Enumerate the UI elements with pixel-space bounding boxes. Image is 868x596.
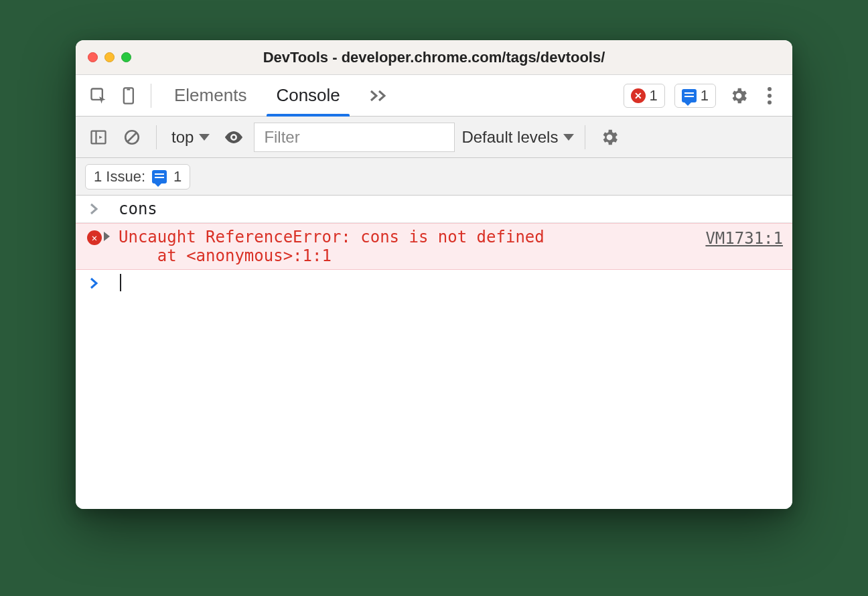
issues-count: 1 bbox=[173, 168, 182, 185]
console-error-row[interactable]: ✕ Uncaught ReferenceError: cons is not d… bbox=[76, 223, 792, 270]
dropdown-caret-icon bbox=[199, 134, 210, 141]
text-cursor bbox=[120, 274, 121, 291]
clear-console-button[interactable] bbox=[119, 124, 145, 151]
expand-error-button[interactable] bbox=[104, 228, 119, 241]
live-expression-button[interactable] bbox=[220, 124, 247, 151]
gear-icon bbox=[729, 86, 749, 106]
tab-console[interactable]: Console bbox=[261, 75, 354, 116]
error-count-button[interactable]: ✕ 1 bbox=[624, 84, 665, 108]
more-options-button[interactable] bbox=[756, 82, 783, 109]
log-levels-selector[interactable]: Default levels bbox=[461, 128, 574, 147]
toggle-console-sidebar-icon[interactable] bbox=[85, 124, 112, 151]
separator bbox=[585, 125, 585, 149]
console-settings-button[interactable] bbox=[596, 124, 623, 151]
separator bbox=[156, 125, 157, 149]
svg-line-9 bbox=[128, 133, 137, 141]
main-toolbar: Elements Console ✕ 1 1 bbox=[76, 75, 792, 117]
inspect-element-icon[interactable] bbox=[85, 82, 112, 109]
issues-bar: 1 Issue: 1 bbox=[76, 158, 792, 196]
error-message: Uncaught ReferenceError: cons is not def… bbox=[119, 228, 692, 265]
issues-label: 1 Issue: bbox=[94, 168, 145, 185]
context-selector[interactable]: top bbox=[167, 128, 214, 147]
kebab-icon bbox=[767, 86, 772, 105]
no-entry-icon bbox=[123, 129, 141, 146]
more-tabs-button[interactable] bbox=[355, 75, 405, 116]
svg-rect-6 bbox=[92, 131, 106, 143]
console-toolbar: top Default levels bbox=[76, 117, 792, 158]
tab-elements[interactable]: Elements bbox=[159, 75, 261, 116]
issues-chip[interactable]: 1 Issue: 1 bbox=[85, 164, 190, 190]
maximize-window-button[interactable] bbox=[121, 52, 131, 62]
issues-count-button[interactable]: 1 bbox=[674, 84, 716, 108]
issues-icon bbox=[152, 170, 167, 183]
device-toggle-icon[interactable] bbox=[116, 82, 143, 109]
close-window-button[interactable] bbox=[88, 52, 98, 62]
settings-button[interactable] bbox=[725, 82, 752, 109]
minimize-window-button[interactable] bbox=[104, 52, 115, 62]
console-prompt-row[interactable] bbox=[76, 270, 792, 297]
console-input-text: cons bbox=[119, 200, 783, 218]
separator bbox=[151, 84, 151, 108]
svg-point-5 bbox=[768, 100, 772, 104]
svg-point-3 bbox=[768, 87, 772, 91]
panel-tabs: Elements Console bbox=[159, 75, 405, 116]
levels-label: Default levels bbox=[461, 128, 558, 147]
svg-point-10 bbox=[232, 135, 236, 139]
error-count-value: 1 bbox=[650, 87, 658, 104]
error-icon: ✕ bbox=[85, 228, 104, 245]
filter-input[interactable] bbox=[254, 123, 455, 152]
error-icon: ✕ bbox=[631, 88, 646, 103]
traffic-lights bbox=[88, 52, 131, 62]
svg-point-4 bbox=[768, 94, 772, 98]
console-prompt-input[interactable] bbox=[119, 274, 783, 293]
titlebar: DevTools - developer.chrome.com/tags/dev… bbox=[76, 40, 792, 75]
issues-count-value: 1 bbox=[701, 87, 709, 104]
eye-icon bbox=[224, 130, 244, 145]
chevron-double-right-icon bbox=[370, 90, 390, 102]
prompt-icon bbox=[85, 274, 104, 290]
issues-icon bbox=[682, 89, 697, 102]
console-input-row: cons bbox=[76, 196, 792, 223]
input-prompt-icon bbox=[85, 200, 104, 216]
gear-icon bbox=[599, 127, 620, 147]
console-output[interactable]: cons ✕ Uncaught ReferenceError: cons is … bbox=[76, 196, 792, 509]
context-label: top bbox=[171, 128, 194, 147]
window-title: DevTools - developer.chrome.com/tags/dev… bbox=[76, 49, 792, 66]
devtools-window: DevTools - developer.chrome.com/tags/dev… bbox=[76, 40, 792, 509]
error-source-link[interactable]: VM1731:1 bbox=[692, 228, 783, 248]
dropdown-caret-icon bbox=[563, 134, 574, 141]
